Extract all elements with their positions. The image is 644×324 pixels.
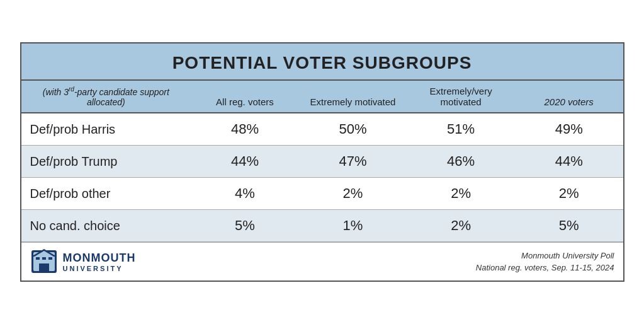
row-2-col3: 2% [407, 178, 515, 210]
table-wrapper: (with 3rd-party candidate support alloca… [21, 81, 623, 242]
row-1-col1: 44% [191, 146, 299, 178]
main-card: POTENTIAL VOTER SUBGROUPS (with 3rd-part… [20, 42, 624, 282]
row-1-col3: 46% [407, 146, 515, 178]
logo-text-area: MONMOUTH UNIVERSITY [63, 252, 136, 272]
university-logo-icon [30, 248, 58, 275]
row-1-col4: 44% [515, 146, 623, 178]
row-0-col3: 51% [407, 113, 515, 146]
card-title: POTENTIAL VOTER SUBGROUPS [28, 52, 617, 74]
table-body: Def/prob Harris 48% 50% 51% 49% Def/prob… [21, 113, 623, 242]
row-3-col4: 5% [515, 210, 623, 242]
row-3-col2: 1% [299, 210, 407, 242]
row-1-col2: 47% [299, 146, 407, 178]
row-2-col1: 4% [191, 178, 299, 210]
data-table: (with 3rd-party candidate support alloca… [21, 81, 623, 242]
row-2-col4: 2% [515, 178, 623, 210]
header-col4: 2020 voters [515, 81, 623, 113]
header-col1: All reg. voters [191, 81, 299, 113]
logo-university-text: UNIVERSITY [63, 265, 136, 272]
row-label-1: Def/prob Trump [21, 146, 191, 178]
table-row: Def/prob Harris 48% 50% 51% 49% [21, 113, 623, 146]
logo-monmouth-text: MONMOUTH [63, 252, 136, 265]
logo-area: MONMOUTH UNIVERSITY [30, 248, 136, 275]
row-3-col1: 5% [191, 210, 299, 242]
row-0-col1: 48% [191, 113, 299, 146]
row-label-3: No cand. choice [21, 210, 191, 242]
header-col2: Extremely motivated [299, 81, 407, 113]
card-footer: MONMOUTH UNIVERSITY Monmouth University … [21, 242, 623, 281]
table-row: Def/prob Trump 44% 47% 46% 44% [21, 146, 623, 178]
svg-rect-5 [39, 263, 49, 271]
header-label-text: (with 3rd-party candidate support alloca… [43, 87, 169, 107]
row-0-col2: 50% [299, 113, 407, 146]
row-2-col2: 2% [299, 178, 407, 210]
table-row: Def/prob other 4% 2% 2% 2% [21, 178, 623, 210]
poll-line2: National reg. voters, Sep. 11-15, 2024 [476, 262, 614, 274]
row-3-col3: 2% [407, 210, 515, 242]
header-col3: Extremely/very motivated [407, 81, 515, 113]
footer-poll-info: Monmouth University Poll National reg. v… [476, 250, 614, 274]
table-row: No cand. choice 5% 1% 2% 5% [21, 210, 623, 242]
row-0-col4: 49% [515, 113, 623, 146]
row-label-0: Def/prob Harris [21, 113, 191, 146]
header-label-col: (with 3rd-party candidate support alloca… [21, 81, 191, 113]
row-label-2: Def/prob other [21, 178, 191, 210]
card-header: POTENTIAL VOTER SUBGROUPS [21, 43, 623, 81]
table-header-row: (with 3rd-party candidate support alloca… [21, 81, 623, 113]
poll-line1: Monmouth University Poll [476, 250, 614, 262]
